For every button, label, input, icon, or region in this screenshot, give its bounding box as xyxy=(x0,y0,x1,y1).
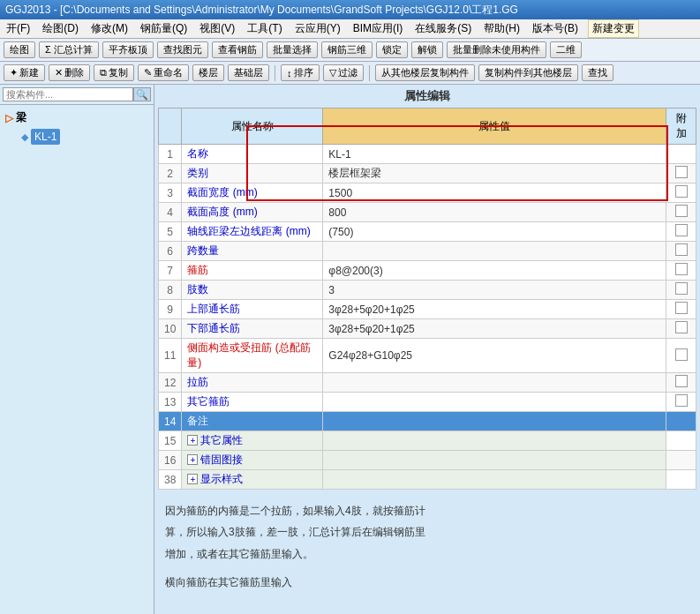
prop-value[interactable]: φ8@200(3) xyxy=(323,261,666,281)
search-input[interactable] xyxy=(3,87,133,101)
expand-icon[interactable]: + xyxy=(187,474,198,484)
table-row[interactable]: 9上部通长筋3φ28+5φ20+1φ25 xyxy=(159,300,696,319)
table-row[interactable]: 7箍筋φ8@200(3) xyxy=(159,261,696,281)
checkbox[interactable] xyxy=(675,185,688,198)
sort-button[interactable]: ↕ 排序 xyxy=(281,64,320,81)
draw-button[interactable]: 绘图 xyxy=(4,41,35,58)
table-row[interactable]: 13其它箍筋 xyxy=(159,393,696,412)
prop-value[interactable]: 3φ28+5φ20+1φ25 xyxy=(323,319,666,339)
checkbox[interactable] xyxy=(675,348,688,361)
prop-attach[interactable] xyxy=(666,203,696,222)
prop-attach[interactable] xyxy=(666,281,696,300)
checkbox[interactable] xyxy=(675,166,688,178)
prop-value[interactable] xyxy=(323,431,666,451)
table-row[interactable]: 11侧面构造或受扭筋 (总配筋量)G24φ28+G10φ25 xyxy=(159,339,696,373)
menu-view[interactable]: 视图(V) xyxy=(197,20,237,37)
table-row[interactable]: 12拉筋 xyxy=(159,373,696,393)
table-row[interactable]: 5轴线距梁左边线距离 (mm)(750) xyxy=(159,222,696,242)
menu-draw[interactable]: 绘图(D) xyxy=(40,20,81,37)
prop-value[interactable]: 800 xyxy=(323,203,666,222)
checkbox[interactable] xyxy=(675,243,688,256)
prop-value[interactable]: G24φ28+G10φ25 xyxy=(323,339,666,373)
tree-root-beam[interactable]: ▷ 梁 xyxy=(4,109,150,127)
table-row[interactable]: 10下部通长筋3φ28+5φ20+1φ25 xyxy=(159,319,696,339)
checkbox[interactable] xyxy=(675,282,688,295)
tree-child-kl1[interactable]: ◆ KL-1 xyxy=(4,127,150,146)
checkbox[interactable] xyxy=(675,321,688,333)
menu-bim[interactable]: BIM应用(I) xyxy=(350,20,406,37)
table-row[interactable]: 4截面高度 (mm)800 xyxy=(159,203,696,222)
menu-rebar[interactable]: 钢筋量(Q) xyxy=(138,20,190,37)
prop-attach[interactable] xyxy=(666,412,696,431)
batch-delete-button[interactable]: 批量删除未使用构件 xyxy=(447,41,546,58)
expand-icon[interactable]: + xyxy=(187,454,198,465)
prop-attach[interactable] xyxy=(666,261,696,281)
base-floor-button[interactable]: 基础层 xyxy=(228,64,269,81)
copy-to-button[interactable]: 复制构件到其他楼层 xyxy=(478,64,578,81)
prop-value[interactable] xyxy=(323,393,666,412)
table-row[interactable]: 15+其它属性 xyxy=(159,431,696,451)
checkbox[interactable] xyxy=(675,205,688,217)
prop-attach[interactable] xyxy=(666,373,696,393)
prop-value[interactable]: 1500 xyxy=(323,183,666,203)
copy-floor-button[interactable]: 从其他楼层复制构件 xyxy=(375,64,475,81)
new-button[interactable]: ✦ 新建 xyxy=(4,64,45,81)
view-rebar-button[interactable]: 查看钢筋 xyxy=(212,41,263,58)
prop-attach[interactable] xyxy=(666,164,696,183)
checkbox[interactable] xyxy=(675,263,688,275)
prop-attach[interactable] xyxy=(666,183,696,203)
checkbox[interactable] xyxy=(675,375,688,387)
checkbox[interactable] xyxy=(675,224,688,236)
prop-attach[interactable] xyxy=(666,319,696,339)
copy-button[interactable]: ⧉ 复制 xyxy=(94,64,134,81)
menu-online[interactable]: 在线服务(S) xyxy=(412,20,474,37)
3d-button[interactable]: 钢筋三维 xyxy=(321,41,373,58)
search-find-button[interactable]: 查找 xyxy=(582,64,613,81)
table-row[interactable]: 16+错固图接 xyxy=(159,451,696,470)
prop-attach[interactable] xyxy=(666,242,696,261)
align-button[interactable]: 平齐板顶 xyxy=(102,41,154,58)
menu-help[interactable]: 帮助(H) xyxy=(481,20,523,37)
unlock-button[interactable]: 解锁 xyxy=(411,41,443,58)
prop-value[interactable] xyxy=(323,470,666,490)
batch-button[interactable]: 批量选择 xyxy=(267,41,318,58)
prop-value[interactable] xyxy=(323,373,666,393)
2d-button[interactable]: 二维 xyxy=(550,41,582,58)
menu-version[interactable]: 版本号(B) xyxy=(530,20,581,37)
prop-attach[interactable] xyxy=(666,222,696,242)
checkbox[interactable] xyxy=(675,302,688,314)
menu-new-change[interactable]: 新建变更 xyxy=(588,19,639,38)
prop-value[interactable] xyxy=(323,412,666,431)
calc-button[interactable]: Σ 汇总计算 xyxy=(39,41,99,58)
filter-button[interactable]: ▽ 过滤 xyxy=(323,64,364,81)
search-button[interactable]: 🔍 xyxy=(133,87,151,101)
delete-button[interactable]: ✕ 删除 xyxy=(49,64,90,81)
menu-file[interactable]: 开(F) xyxy=(4,20,33,37)
rename-button[interactable]: ✎ 重命名 xyxy=(138,64,189,81)
table-row[interactable]: 14备注 xyxy=(159,412,696,431)
lock-button[interactable]: 锁定 xyxy=(376,41,408,58)
prop-value[interactable] xyxy=(323,451,666,470)
table-row[interactable]: 3截面宽度 (mm)1500 xyxy=(159,183,696,203)
find-button[interactable]: 查找图元 xyxy=(157,41,208,58)
checkbox[interactable] xyxy=(675,394,688,407)
table-row[interactable]: 1名称KL-1 xyxy=(159,145,696,164)
prop-value[interactable]: 3φ28+5φ20+1φ25 xyxy=(323,300,666,319)
floor-button[interactable]: 楼层 xyxy=(192,64,224,81)
prop-attach[interactable] xyxy=(666,300,696,319)
menu-cloud[interactable]: 云应用(Y) xyxy=(292,20,343,37)
prop-value[interactable]: 楼层框架梁 xyxy=(323,164,666,183)
table-row[interactable]: 2类别楼层框架梁 xyxy=(159,164,696,183)
expand-icon[interactable]: + xyxy=(187,435,198,446)
menu-tools[interactable]: 工具(T) xyxy=(245,20,284,37)
menu-modify[interactable]: 修改(M) xyxy=(88,20,131,37)
prop-attach[interactable] xyxy=(666,393,696,412)
prop-attach[interactable] xyxy=(666,339,696,373)
prop-value[interactable]: 3 xyxy=(323,281,666,300)
table-row[interactable]: 8肢数3 xyxy=(159,281,696,300)
prop-value[interactable] xyxy=(323,242,666,261)
table-row[interactable]: 6跨数量 xyxy=(159,242,696,261)
prop-value[interactable]: (750) xyxy=(323,222,666,242)
prop-value[interactable]: KL-1 xyxy=(323,145,666,164)
table-row[interactable]: 38+显示样式 xyxy=(159,470,696,490)
